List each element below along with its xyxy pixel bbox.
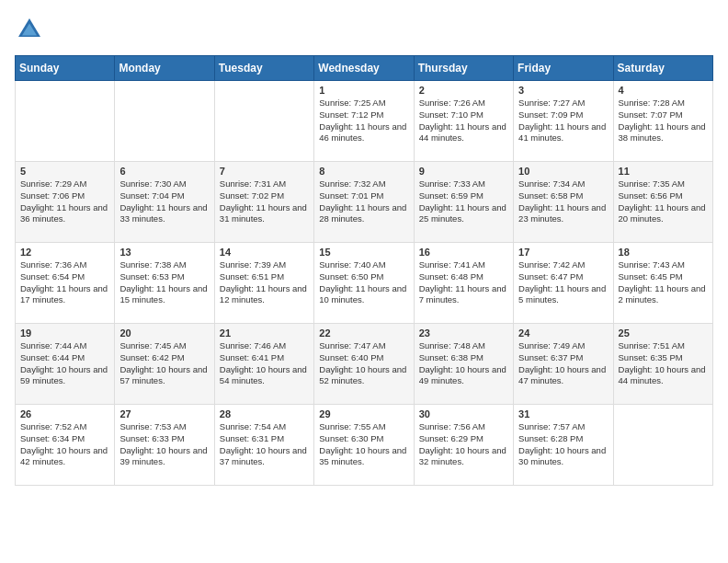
calendar-table: SundayMondayTuesdayWednesdayThursdayFrid…: [15, 55, 713, 486]
day-info: Sunrise: 7:31 AM Sunset: 7:02 PM Dayligh…: [220, 178, 309, 225]
calendar-cell: 21Sunrise: 7:46 AM Sunset: 6:41 PM Dayli…: [214, 324, 313, 405]
day-number: 30: [419, 408, 508, 419]
day-header-monday: Monday: [115, 56, 214, 81]
calendar-cell: 15Sunrise: 7:40 AM Sunset: 6:50 PM Dayli…: [314, 243, 414, 324]
calendar-cell: 10Sunrise: 7:34 AM Sunset: 6:58 PM Dayli…: [514, 162, 613, 243]
calendar-cell: 30Sunrise: 7:56 AM Sunset: 6:29 PM Dayli…: [414, 405, 513, 486]
day-number: 1: [319, 85, 408, 96]
calendar-week-row: 19Sunrise: 7:44 AM Sunset: 6:44 PM Dayli…: [16, 324, 713, 405]
day-number: 17: [518, 247, 608, 258]
day-info: Sunrise: 7:40 AM Sunset: 6:50 PM Dayligh…: [319, 259, 408, 306]
day-header-saturday: Saturday: [613, 56, 712, 81]
day-number: 19: [20, 327, 109, 339]
day-header-friday: Friday: [514, 56, 613, 81]
day-info: Sunrise: 7:53 AM Sunset: 6:33 PM Dayligh…: [119, 421, 209, 468]
day-number: 21: [220, 327, 309, 339]
calendar-cell: 1Sunrise: 7:25 AM Sunset: 7:12 PM Daylig…: [314, 81, 414, 162]
calendar-cell: 26Sunrise: 7:52 AM Sunset: 6:34 PM Dayli…: [16, 405, 115, 486]
day-number: 7: [220, 166, 309, 177]
calendar-cell: [16, 81, 115, 162]
day-number: 14: [220, 247, 309, 258]
day-number: 2: [419, 85, 508, 96]
day-info: Sunrise: 7:38 AM Sunset: 6:53 PM Dayligh…: [119, 259, 209, 306]
day-number: 24: [518, 327, 608, 339]
day-info: Sunrise: 7:44 AM Sunset: 6:44 PM Dayligh…: [20, 340, 109, 387]
calendar-cell: 28Sunrise: 7:54 AM Sunset: 6:31 PM Dayli…: [214, 405, 313, 486]
day-number: 16: [419, 247, 508, 258]
day-info: Sunrise: 7:52 AM Sunset: 6:34 PM Dayligh…: [20, 421, 109, 468]
day-number: 6: [119, 166, 209, 177]
calendar-cell: 4Sunrise: 7:28 AM Sunset: 7:07 PM Daylig…: [613, 81, 712, 162]
day-info: Sunrise: 7:28 AM Sunset: 7:07 PM Dayligh…: [619, 98, 708, 144]
calendar-cell: 19Sunrise: 7:44 AM Sunset: 6:44 PM Dayli…: [16, 324, 115, 405]
day-number: 13: [119, 247, 209, 258]
day-info: Sunrise: 7:46 AM Sunset: 6:41 PM Dayligh…: [220, 340, 309, 387]
day-number: 11: [619, 166, 708, 177]
day-number: 5: [20, 166, 109, 177]
day-number: 3: [518, 85, 608, 96]
calendar-week-row: 12Sunrise: 7:36 AM Sunset: 6:54 PM Dayli…: [16, 243, 713, 324]
day-number: 29: [319, 408, 408, 419]
day-info: Sunrise: 7:51 AM Sunset: 6:35 PM Dayligh…: [619, 340, 708, 387]
day-info: Sunrise: 7:57 AM Sunset: 6:28 PM Dayligh…: [518, 421, 608, 468]
day-number: 25: [619, 327, 708, 339]
day-info: Sunrise: 7:33 AM Sunset: 6:59 PM Dayligh…: [419, 178, 508, 225]
calendar-cell: 12Sunrise: 7:36 AM Sunset: 6:54 PM Dayli…: [16, 243, 115, 324]
calendar-cell: 20Sunrise: 7:45 AM Sunset: 6:42 PM Dayli…: [115, 324, 214, 405]
calendar-cell: 29Sunrise: 7:55 AM Sunset: 6:30 PM Dayli…: [314, 405, 414, 486]
day-header-tuesday: Tuesday: [214, 56, 313, 81]
day-number: 26: [20, 408, 109, 419]
day-header-thursday: Thursday: [414, 56, 513, 81]
calendar-cell: [613, 405, 712, 486]
day-info: Sunrise: 7:36 AM Sunset: 6:54 PM Dayligh…: [20, 259, 109, 306]
calendar-cell: [115, 81, 214, 162]
day-number: 23: [419, 327, 508, 339]
day-info: Sunrise: 7:56 AM Sunset: 6:29 PM Dayligh…: [419, 421, 508, 468]
day-info: Sunrise: 7:45 AM Sunset: 6:42 PM Dayligh…: [119, 340, 209, 387]
day-number: 18: [619, 247, 708, 258]
day-number: 31: [518, 408, 608, 419]
calendar-cell: 8Sunrise: 7:32 AM Sunset: 7:01 PM Daylig…: [314, 162, 414, 243]
day-number: 12: [20, 247, 109, 258]
day-info: Sunrise: 7:26 AM Sunset: 7:10 PM Dayligh…: [419, 98, 508, 144]
day-info: Sunrise: 7:49 AM Sunset: 6:37 PM Dayligh…: [518, 340, 608, 387]
day-number: 27: [119, 408, 209, 419]
calendar-cell: 18Sunrise: 7:43 AM Sunset: 6:45 PM Dayli…: [613, 243, 712, 324]
calendar-cell: 9Sunrise: 7:33 AM Sunset: 6:59 PM Daylig…: [414, 162, 513, 243]
calendar-cell: 7Sunrise: 7:31 AM Sunset: 7:02 PM Daylig…: [214, 162, 313, 243]
day-info: Sunrise: 7:55 AM Sunset: 6:30 PM Dayligh…: [319, 421, 408, 468]
day-header-wednesday: Wednesday: [314, 56, 414, 81]
day-number: 9: [419, 166, 508, 177]
calendar-cell: 5Sunrise: 7:29 AM Sunset: 7:06 PM Daylig…: [16, 162, 115, 243]
calendar-week-row: 1Sunrise: 7:25 AM Sunset: 7:12 PM Daylig…: [16, 81, 713, 162]
calendar-cell: 17Sunrise: 7:42 AM Sunset: 6:47 PM Dayli…: [514, 243, 613, 324]
day-header-sunday: Sunday: [16, 56, 115, 81]
calendar-cell: 23Sunrise: 7:48 AM Sunset: 6:38 PM Dayli…: [414, 324, 513, 405]
logo-icon: [15, 15, 44, 44]
day-number: 22: [319, 327, 408, 339]
calendar-cell: 27Sunrise: 7:53 AM Sunset: 6:33 PM Dayli…: [115, 405, 214, 486]
calendar-cell: 25Sunrise: 7:51 AM Sunset: 6:35 PM Dayli…: [613, 324, 712, 405]
calendar-cell: 2Sunrise: 7:26 AM Sunset: 7:10 PM Daylig…: [414, 81, 513, 162]
logo: [15, 15, 50, 44]
calendar-week-row: 5Sunrise: 7:29 AM Sunset: 7:06 PM Daylig…: [16, 162, 713, 243]
day-info: Sunrise: 7:39 AM Sunset: 6:51 PM Dayligh…: [220, 259, 309, 306]
calendar-cell: 22Sunrise: 7:47 AM Sunset: 6:40 PM Dayli…: [314, 324, 414, 405]
calendar-cell: [214, 81, 313, 162]
page-header: [15, 15, 713, 44]
day-info: Sunrise: 7:29 AM Sunset: 7:06 PM Dayligh…: [20, 178, 109, 225]
day-info: Sunrise: 7:42 AM Sunset: 6:47 PM Dayligh…: [518, 259, 608, 306]
calendar-cell: 14Sunrise: 7:39 AM Sunset: 6:51 PM Dayli…: [214, 243, 313, 324]
calendar-cell: 13Sunrise: 7:38 AM Sunset: 6:53 PM Dayli…: [115, 243, 214, 324]
day-number: 4: [619, 85, 708, 96]
day-number: 28: [220, 408, 309, 419]
day-info: Sunrise: 7:54 AM Sunset: 6:31 PM Dayligh…: [220, 421, 309, 468]
day-info: Sunrise: 7:48 AM Sunset: 6:38 PM Dayligh…: [419, 340, 508, 387]
day-number: 20: [119, 327, 209, 339]
calendar-cell: 31Sunrise: 7:57 AM Sunset: 6:28 PM Dayli…: [514, 405, 613, 486]
day-info: Sunrise: 7:30 AM Sunset: 7:04 PM Dayligh…: [119, 178, 209, 225]
day-info: Sunrise: 7:25 AM Sunset: 7:12 PM Dayligh…: [319, 98, 408, 144]
calendar-cell: 11Sunrise: 7:35 AM Sunset: 6:56 PM Dayli…: [613, 162, 712, 243]
calendar-cell: 3Sunrise: 7:27 AM Sunset: 7:09 PM Daylig…: [514, 81, 613, 162]
day-info: Sunrise: 7:32 AM Sunset: 7:01 PM Dayligh…: [319, 178, 408, 225]
